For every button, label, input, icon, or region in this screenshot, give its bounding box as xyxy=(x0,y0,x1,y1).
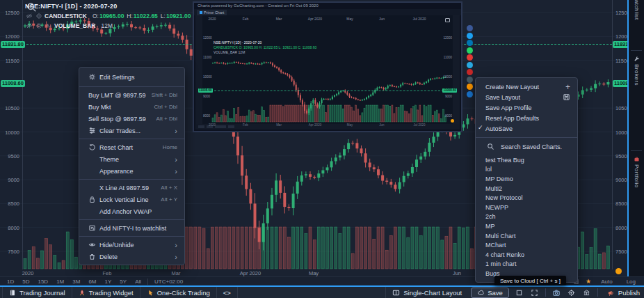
range-5d[interactable]: 5D xyxy=(18,279,33,285)
reset-icon xyxy=(88,143,99,152)
preview-price-tick: 12000 xyxy=(203,36,212,40)
menu-item-sell-stop-9897-59[interactable]: Sell Stop @ 9897.59Alt + Dbl xyxy=(79,113,184,125)
saved-chart-preview[interactable]: Charts powered by GoCharting.com - Creat… xyxy=(193,1,462,132)
menu-item-buy-lmt-9897-59[interactable]: Buy LMT @ 9897.59Shift + Dbl xyxy=(79,89,184,101)
share-telegram-icon[interactable] xyxy=(467,62,473,68)
range-5y[interactable]: 5Y xyxy=(115,279,131,285)
share-facebook-icon[interactable] xyxy=(467,25,473,31)
range-1y[interactable]: 1Y xyxy=(101,279,116,285)
menu-item-create-new-layout[interactable]: Create New Layout+ xyxy=(476,81,577,92)
share-whatsapp-icon[interactable] xyxy=(467,47,473,54)
saved-chart-2ch[interactable]: 2ch xyxy=(476,212,577,222)
range-15d[interactable]: 15D xyxy=(33,279,52,285)
saved-chart-multi2[interactable]: Multi2 xyxy=(476,184,577,194)
preview-price-tick: 8000 xyxy=(203,114,210,118)
menu-item-lock-vertical-line[interactable]: Lock Vertical LineAlt + Y xyxy=(79,194,184,205)
save-button[interactable]: Save xyxy=(471,288,509,298)
menu-item-save-layout[interactable]: Save Layout xyxy=(476,92,577,102)
menu-item-clear-trades[interactable]: Clear Trades...› xyxy=(79,125,184,136)
saved-chart-newpp[interactable]: NEWPP xyxy=(476,203,577,212)
study-settings-icon[interactable] xyxy=(35,12,43,20)
icon-spacer xyxy=(88,167,99,175)
tab-brokers[interactable]: Brokers xyxy=(629,56,644,86)
saved-chart-1-min-chart[interactable]: 1 min chart xyxy=(476,260,577,269)
search-icon xyxy=(487,143,494,150)
auto-scale-button[interactable]: Auto xyxy=(597,279,616,285)
menu-item-theme[interactable]: Theme› xyxy=(79,153,184,165)
menu-item-save-app-profile[interactable]: Save App Profile xyxy=(476,102,577,113)
share-linkedin-icon[interactable] xyxy=(467,40,473,46)
range-buttons: 1D5D15D1M3M6M1Y5YAll xyxy=(0,279,145,285)
share-pinterest-icon[interactable] xyxy=(467,54,473,61)
menu-item-label: Save App Profile xyxy=(485,104,570,111)
menu-item-edit-settings[interactable]: Edit Settings xyxy=(79,70,184,84)
select-region-icon[interactable] xyxy=(512,287,527,298)
price-tick: 8500 xyxy=(615,201,627,207)
share-youtube-icon[interactable] xyxy=(467,69,473,75)
menu-item-label: Reset App Defaults xyxy=(485,115,570,122)
notification-dot xyxy=(615,268,622,274)
single-chart-layout-button[interactable]: Single-Chart Layout xyxy=(385,287,468,298)
saved-chart-new-protocol[interactable]: New Protocol xyxy=(476,193,577,203)
low-value: 10921.00 xyxy=(166,13,191,19)
lock-icon xyxy=(88,196,99,204)
menu-item-appearance[interactable]: Appearance› xyxy=(79,165,184,177)
saved-chart-mp[interactable]: MP xyxy=(476,221,577,231)
menu-item-buy-mkt[interactable]: Buy MktCtrl + Dbl xyxy=(79,101,184,113)
fullscreen-icon[interactable] xyxy=(527,287,542,298)
menu-item-reset-chart[interactable]: Reset ChartHome xyxy=(79,141,184,153)
tab-portfolio[interactable]: Portfolio xyxy=(629,156,644,188)
saved-chart-mchart[interactable]: MChart xyxy=(476,240,577,250)
time-axis-label: May xyxy=(309,270,319,276)
share-email-icon[interactable] xyxy=(467,77,473,83)
trading-journal-button[interactable]: Trading Journal xyxy=(2,287,72,298)
saved-charts-search-input[interactable] xyxy=(499,143,569,151)
menu-item-delete[interactable]: Delete› xyxy=(79,251,184,262)
range-1d[interactable]: 1D xyxy=(3,279,18,285)
saved-chart-mp-demo[interactable]: MP Demo xyxy=(476,174,577,184)
preview-time-label: Apr 2020 xyxy=(309,123,321,127)
price-tick: 9000 xyxy=(8,177,19,183)
hide-study-icon[interactable] xyxy=(25,22,33,30)
accent-line xyxy=(627,0,629,276)
favorite-star-icon[interactable]: ★ xyxy=(586,278,591,285)
timezone-button[interactable]: UTC+02:00 xyxy=(150,279,187,285)
tab-watchlist[interactable]: Watchlist xyxy=(629,0,644,20)
range-1m[interactable]: 1M xyxy=(52,279,68,285)
code-label: <> xyxy=(223,289,231,297)
code-button[interactable]: <> xyxy=(217,287,238,298)
range-3m[interactable]: 3M xyxy=(68,279,84,285)
volume-period: 12M xyxy=(102,22,113,29)
share-twitter-icon[interactable] xyxy=(467,33,473,39)
menu-item-autosave[interactable]: ✓AutoSave xyxy=(476,123,577,134)
screenshot-camera-icon[interactable] xyxy=(549,287,564,298)
saved-chart-lol[interactable]: lol xyxy=(476,165,577,175)
menu-item-add-anchor-vwap[interactable]: Add Anchor VWAP xyxy=(79,205,184,217)
one-click-trading-button[interactable]: One-Click Trading xyxy=(140,287,217,298)
saved-chart-test-thea-bug[interactable]: test Thea Bug xyxy=(476,155,577,165)
range-all[interactable]: All xyxy=(131,279,145,285)
menu-item-reset-app-defaults[interactable]: Reset App Defaults xyxy=(476,113,577,123)
menu-item-x-line-at-9897-59[interactable]: X Line At 9897.59Alt + X xyxy=(79,182,184,194)
gear-icon xyxy=(88,73,99,81)
range-6m[interactable]: 6M xyxy=(84,279,100,285)
preview-left-badge: 11008.60 xyxy=(198,88,213,93)
share-reddit-icon[interactable] xyxy=(467,84,473,90)
trading-widget-button[interactable]: Trading Widget xyxy=(72,287,140,298)
log-scale-button[interactable]: Log xyxy=(622,279,640,285)
price-tick: 9500 xyxy=(8,153,19,159)
menu-item-add-nifty-i-to-watchlist[interactable]: Add NIFTY-I to watchlist xyxy=(79,222,184,234)
exchange-bank-icon[interactable] xyxy=(579,287,595,298)
menu-item-hide-unhide[interactable]: Hide/Unhide› xyxy=(79,239,184,251)
share-messenger-icon[interactable] xyxy=(467,91,473,97)
publish-button[interactable]: Publish xyxy=(601,287,644,298)
crosshair-target-icon[interactable] xyxy=(564,287,579,298)
study-settings-icon[interactable] xyxy=(35,22,43,30)
preview-right-sidebar xyxy=(453,15,460,130)
hide-study-icon[interactable] xyxy=(25,12,33,20)
saved-chart-multi-chart[interactable]: Multi Chart xyxy=(476,231,577,241)
preview-time-label: 2020 xyxy=(209,123,216,127)
saved-charts-search[interactable] xyxy=(476,139,577,154)
preview-price-tick: 11000 xyxy=(444,56,452,59)
saved-chart-4-chart-renko[interactable]: 4 chart Renko xyxy=(476,250,577,260)
